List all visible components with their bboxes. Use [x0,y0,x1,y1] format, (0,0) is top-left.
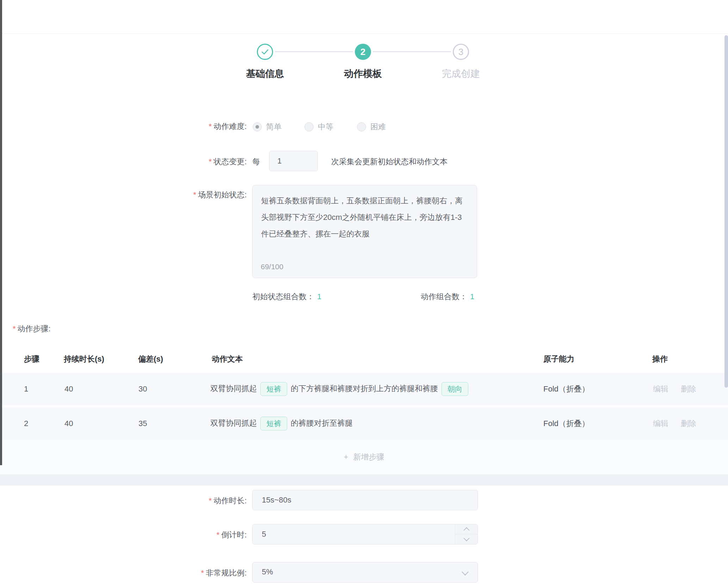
radio-label: 简单 [266,122,282,132]
arrow-up-icon [464,527,470,533]
duration-label: *动作时长: [134,495,247,506]
radio-label: 困难 [370,122,386,132]
table-row: 1 40 30 双臂协同抓起短裤的下方裤腿和裤腰对折到上方的裤腿和裤腰朝向 Fo… [0,373,728,405]
table-footer-band [0,474,728,486]
increment-button[interactable] [455,524,477,534]
action-combo-count: 动作组合数：1 [421,291,474,302]
char-counter: 69/100 [261,263,283,271]
delete-link[interactable]: 删除 [681,384,696,394]
action-steps-label: *动作步骤: [13,324,51,334]
radio-option-easy[interactable]: 简单 [253,122,282,132]
radio-icon [304,122,314,131]
difficulty-label: *动作难度: [134,121,247,132]
object-tag: 短裤 [260,382,287,396]
cell-action-text: 双臂协同抓起短裤的下方裤腿和裤腰对折到上方的裤腿和裤腰朝向 [210,382,472,396]
table-header: 步骤 持续时长(s) 偏差(s) 动作文本 原子能力 操作 [0,345,728,372]
edit-link[interactable]: 编辑 [653,418,668,429]
cell-capability: Fold（折叠） [543,384,590,394]
check-icon [260,47,270,57]
cell-duration: 40 [64,419,73,428]
duration-input[interactable] [252,490,478,510]
cell-duration: 40 [64,384,73,394]
step-2-label: 动作模板 [324,67,402,80]
select-value: 5% [262,567,273,577]
required-marker: * [209,122,212,131]
arrow-down-icon [464,535,470,541]
col-deviation: 偏差(s) [138,354,163,364]
action-combo-value: 1 [470,292,474,301]
spinner [455,524,477,544]
orientation-tag: 朝向 [442,382,468,396]
stepper-connector [275,51,353,52]
scrollbar-thumb[interactable] [724,35,728,388]
col-actions: 操作 [652,354,668,364]
cell-deviation: 35 [138,419,147,428]
plus-icon: + [344,452,348,462]
step-1-circle[interactable] [257,44,273,60]
step-1-label: 基础信息 [226,67,304,80]
object-tag: 短裤 [260,417,287,430]
col-capability: 原子能力 [543,354,574,364]
dialog-header [0,0,728,34]
cell-deviation: 30 [138,384,147,394]
countdown-label: *倒计时: [134,530,247,540]
window-edge [0,0,2,465]
delete-link[interactable]: 删除 [681,418,696,429]
radio-label: 中等 [318,122,333,132]
stepper-connector [373,51,451,52]
step-3-label: 完成创建 [422,67,500,80]
radio-option-medium[interactable]: 中等 [304,122,333,132]
col-text: 动作文本 [212,354,243,364]
scene-state-textarea[interactable]: 短裤五条数据背面朝上，五条数据正面朝上，裤腰朝右，离头部视野下方至少20cm之外… [252,185,477,278]
cell-step: 1 [24,384,28,394]
add-step-button[interactable]: + 新增步骤 [0,440,728,474]
unusual-ratio-label: *非常规比例: [134,568,247,578]
countdown-stepper [252,524,478,544]
state-change-label: *状态变更: [134,156,247,167]
state-change-input[interactable] [269,151,318,171]
countdown-input[interactable] [252,524,478,544]
edit-link[interactable]: 编辑 [653,384,668,394]
col-duration: 持续时长(s) [64,354,104,364]
radio-icon [357,122,366,131]
state-change-suffix: 次采集会更新初始状态和动作文本 [331,156,448,167]
col-step: 步骤 [24,354,39,364]
scene-state-label: *场景初始状态: [134,190,247,200]
cell-action-text: 双臂协同抓起短裤的裤腰对折至裤腿 [210,417,353,430]
radio-option-hard[interactable]: 困难 [357,122,386,132]
cell-step: 2 [24,419,28,428]
cell-capability: Fold（折叠） [543,418,590,429]
initial-combo-count: 初始状态组合数：1 [252,291,321,302]
step-2-circle[interactable]: 2 [355,44,371,60]
chevron-down-icon [462,568,469,575]
add-step-label: 新增步骤 [353,452,384,462]
state-change-prefix: 每 [252,156,260,167]
decrement-button[interactable] [455,534,477,544]
initial-combo-value: 1 [317,292,321,301]
step-3-circle[interactable]: 3 [453,44,469,60]
table-row: 2 40 35 双臂协同抓起短裤的裤腰对折至裤腿 Fold（折叠） 编辑 删除 [0,407,728,440]
radio-icon [253,122,262,131]
unusual-ratio-select[interactable]: 5% [252,562,478,583]
